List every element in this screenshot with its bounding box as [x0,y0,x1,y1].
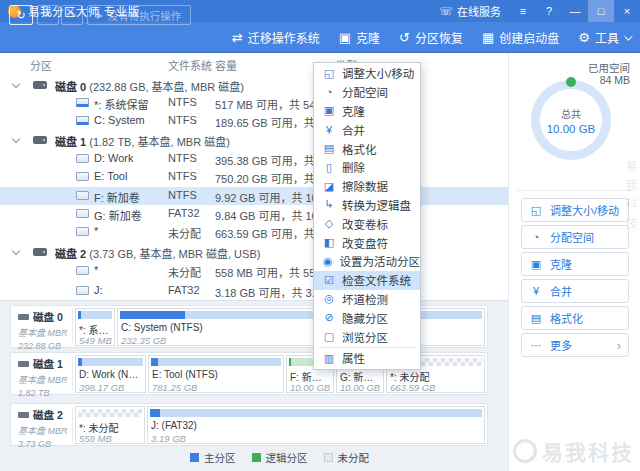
partition-row[interactable]: * 未分配 663.59 GB 可用，共 663.59 GB [0,223,508,241]
partition-name: F: 新加卷 [94,189,140,205]
disk-icon [18,314,29,320]
clone-icon: ▣ [323,104,335,117]
partition-icon [76,227,89,236]
partition-row[interactable]: C: System NTFS 189.65 GB 可用，共 232.35 GB [0,112,508,130]
menu-item-format[interactable]: ▤格式化 [314,139,420,158]
minimize-icon: — [570,5,581,17]
disk-row[interactable]: 磁盘 0 (232.88 GB, 基本盘, MBR 磁盘) [0,76,508,94]
primary-legend-label: 主分区 [204,450,236,465]
usage-bar [150,409,482,417]
resize-move-button[interactable]: ◱ 调整大小/移动 [521,198,629,222]
partition-recovery-button[interactable]: ↺ 分区恢复 [399,29,463,46]
partition-icon [76,154,89,163]
format-button[interactable]: ▤ 格式化 [521,306,629,330]
online-service-button[interactable]: ☏ 在线服务 [430,0,510,22]
map-partition[interactable]: *: 未分配 558 MB [75,406,145,444]
disk-icon [33,136,47,144]
menu-item-change-drive-letter[interactable]: ◧改变盘符 [314,233,420,252]
map-partition-size: 549 MB [79,335,112,346]
clone-tool-button[interactable]: ▣ 克隆 [339,29,380,46]
help-button[interactable]: ? [536,0,562,22]
brand-logo-icon [513,439,537,463]
allocate-space-icon: ◔ [530,231,542,243]
partition-row[interactable]: D: Work NTFS 395.38 GB 可用，共 398.17 GB [0,150,508,168]
undo-button[interactable]: ↶ [37,5,59,25]
divider [517,190,633,191]
menu-item-wipe-data[interactable]: ◪擦除数据 [314,177,420,196]
bad-sector-icon: ◎ [323,292,335,305]
map-partition[interactable]: J: (FAT32) 3.19 GB [147,406,485,444]
partition-icon [76,266,89,275]
disk-row[interactable]: 磁盘 1 (1.82 TB, 基本盘, MBR 磁盘) [0,131,508,149]
disk-detail: (3.73 GB, 基本盘, MBR 磁盘, USB) [89,248,260,260]
partition-row[interactable]: G: 新加卷 FAT32 9.84 GB 可用，共 10.00 GB [0,205,508,223]
partition-name: J: [94,284,103,296]
disk-row[interactable]: 磁盘 2 (3.73 GB, 基本盘, MBR 磁盘, USB) [0,243,508,261]
pending-operations-label: 没有待执行操作 [108,8,182,23]
partition-row[interactable]: *: 系统保留 NTFS 517 MB 可用，共 549 MB [0,94,508,112]
disk-name: 磁盘 0 [55,81,86,93]
menu-item-change-label[interactable]: ◇改变卷标 [314,214,420,233]
menu-item-allocate-space[interactable]: ◔分配空间 [314,83,420,102]
create-bootdisk-button[interactable]: ▦ 创建启动盘 [482,29,559,46]
redo-icon: ↷ [67,9,76,22]
merge-button[interactable]: ¥ 合并 [521,279,629,303]
more-button[interactable]: ⋯ 更多 › [521,333,629,357]
menu-item-bad-sector-check[interactable]: ◎坏道检测 [314,290,420,309]
allocate-space-button[interactable]: ◔ 分配空间 [521,225,629,249]
menu-item-label: 合并 [342,122,365,138]
change-label-icon: ◇ [323,217,335,230]
map-partition[interactable]: D: Work (NTFS) 398.17 GB [75,355,146,393]
menu-item-label: 分配空间 [342,84,388,100]
map-partition[interactable]: *: 系统保留 549 MB [75,308,115,346]
menu-item-label: 改变盘符 [342,235,388,251]
divider [72,356,73,391]
minimize-button[interactable]: — [562,0,588,22]
menu-item-clone[interactable]: ▣克隆 [314,102,420,121]
map-partition-size: 232.35 GB [121,335,166,346]
menu-item-check-filesystem[interactable]: ☑检查文件系统 [314,271,420,290]
menu-item-hide-partition[interactable]: ⊘隐藏分区 [314,308,420,327]
partition-row[interactable]: J: FAT32 3.18 GB 可用，共 3.19 GB [0,282,508,300]
map-partition[interactable]: C: System (NTFS) 232.35 GB [117,308,485,346]
menu-item-convert-logical[interactable]: ↳转换为逻辑盘 [314,196,420,215]
migrate-os-button[interactable]: ⇄ 迁移操作系统 [232,29,320,46]
disk-info: 磁盘 1 基本盘 MBR 1.82 TB [18,356,70,398]
partition-row[interactable]: E: Tool NTFS 750.20 GB 可用，共 781.25 GB [0,168,508,186]
app-menu-button[interactable]: ≡ [510,0,536,22]
chevron-right-icon: › [617,338,621,353]
menu-item-browse-partition[interactable]: ▢浏览分区 [314,327,420,346]
map-partition-label: D: Work (NTFS) [79,369,143,380]
menu-item-label: 隐藏分区 [342,310,388,326]
partition-fs: FAT32 [168,207,200,219]
menu-item-resize-move[interactable]: ◱调整大小/移动 [314,64,420,83]
map-partition[interactable]: E: Tool (NTFS) 781.25 GB [148,355,284,393]
disk-name: 磁盘 2 [55,248,86,260]
disk-size: 232.88 GB [18,341,70,351]
pending-operations-button[interactable]: ▶ 没有待执行操作 [87,5,191,25]
partition-fs: NTFS [168,170,197,182]
menu-item-set-active[interactable]: ◉设置为活动分区 [314,252,420,271]
play-icon: ▶ [97,11,103,20]
watermark-corner: 易我科技 [513,436,634,466]
menu-item-delete[interactable]: ▯删除 [314,158,420,177]
redo-button[interactable]: ↷ [61,5,83,25]
partition-row[interactable]: * 未分配 558 MB 可用，共 558 MB [0,262,508,280]
context-menu: ◱调整大小/移动 ◔分配空间 ▣克隆 ¥合并 ▤格式化 ▯删除 ◪擦除数据 ↳转… [313,62,421,370]
menu-item-merge[interactable]: ¥合并 [314,120,420,139]
close-button[interactable]: × [614,0,640,22]
allocate-space-icon: ◔ [323,86,335,98]
disk-kind: 基本盘 MBR [18,424,70,437]
maximize-button[interactable]: □ [588,0,614,22]
refresh-button[interactable]: ↻ [9,5,33,25]
partition-icon [76,191,89,200]
logical-legend-label: 逻辑分区 [266,450,308,465]
map-partition-size: 10.00 GB [340,382,380,393]
map-partition-label: E: Tool (NTFS) [152,369,281,380]
partition-row-selected[interactable]: F: 新加卷 NTFS 9.92 GB 可用，共 10.00 GB [0,187,508,205]
clone-button[interactable]: ▣ 克隆 [521,252,629,276]
clone-icon: ▣ [339,30,351,45]
maximize-icon: □ [598,5,605,17]
tools-menu-button[interactable]: ⚙ 工具 [578,29,630,46]
menu-item-properties[interactable]: ▥属性 [314,349,420,368]
